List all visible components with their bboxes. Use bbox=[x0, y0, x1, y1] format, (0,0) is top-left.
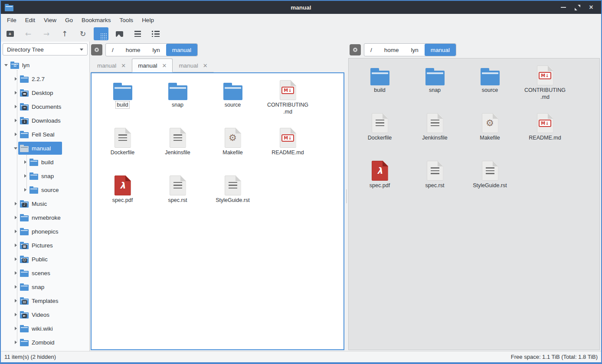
collapse-arrow-icon[interactable] bbox=[3, 64, 9, 66]
thumbnail-view-button[interactable] bbox=[112, 27, 127, 40]
file-item-snap[interactable]: snap bbox=[409, 62, 461, 110]
icon-view-button[interactable] bbox=[94, 27, 108, 40]
file-item-dockerfile[interactable]: Dockerfile bbox=[354, 110, 406, 157]
reload-button[interactable]: ↻ bbox=[75, 27, 90, 40]
menu-help[interactable]: Help bbox=[137, 15, 158, 25]
tab-2-active[interactable]: manual✕ bbox=[132, 58, 173, 72]
pane-splitter[interactable] bbox=[345, 42, 348, 351]
tree-item-build[interactable]: build bbox=[1, 155, 89, 169]
tree-item-lyn[interactable]: ⌂lyn bbox=[1, 58, 89, 72]
file-item-readme-md[interactable]: M↓README.md bbox=[262, 124, 314, 172]
expand-arrow-icon[interactable] bbox=[13, 299, 18, 302]
file-item-build[interactable]: build bbox=[97, 77, 149, 124]
left-file-view[interactable]: buildsnapsourceM↓CONTRIBUTING.mdDockerfi… bbox=[91, 72, 344, 350]
sidebar-mode-selector[interactable]: Directory Tree bbox=[3, 43, 88, 55]
up-button[interactable]: ↑ bbox=[57, 27, 72, 40]
new-tab-button[interactable] bbox=[3, 27, 17, 40]
tree-item-templates[interactable]: ▤Templates bbox=[1, 294, 89, 308]
file-item-spec-pdf[interactable]: λspec.pdf bbox=[97, 172, 149, 220]
expand-arrow-icon[interactable] bbox=[13, 285, 18, 289]
file-item-spec-pdf[interactable]: λspec.pdf bbox=[354, 157, 406, 205]
menu-view[interactable]: View bbox=[39, 15, 61, 25]
collapse-arrow-icon[interactable] bbox=[13, 147, 18, 150]
file-item-build[interactable]: build bbox=[354, 62, 406, 110]
tree-item-source[interactable]: source bbox=[1, 183, 89, 197]
detailed-list-view-button[interactable] bbox=[148, 27, 163, 40]
breadcrumb-manual[interactable]: manual bbox=[166, 44, 197, 56]
expand-arrow-icon[interactable] bbox=[13, 202, 18, 205]
tree-item-wiki-wiki[interactable]: wiki.wiki bbox=[1, 322, 89, 335]
menu-tools[interactable]: Tools bbox=[115, 15, 138, 25]
expand-arrow-icon[interactable] bbox=[23, 160, 28, 164]
tree-item-downloads[interactable]: ↓Downloads bbox=[1, 114, 89, 127]
left-places-button[interactable] bbox=[91, 44, 102, 55]
menu-edit[interactable]: Edit bbox=[21, 15, 39, 25]
menu-bookmarks[interactable]: Bookmarks bbox=[77, 15, 115, 25]
expand-arrow-icon[interactable] bbox=[13, 313, 18, 316]
forward-button[interactable]: → bbox=[39, 27, 54, 40]
breadcrumb-root[interactable]: / bbox=[106, 44, 120, 56]
file-item-jenkinsfile[interactable]: Jenkinsfile bbox=[409, 110, 461, 157]
tree-item-manual[interactable]: manual bbox=[1, 141, 89, 155]
file-item-contributing-md[interactable]: M↓CONTRIBUTING.md bbox=[262, 77, 314, 124]
breadcrumb-lyn[interactable]: lyn bbox=[147, 44, 166, 56]
tree-item-snap[interactable]: snap bbox=[1, 280, 89, 294]
right-file-view[interactable]: buildsnapsourceM↓CONTRIBUTING.mdDockerfi… bbox=[348, 58, 600, 350]
file-item-makefile[interactable]: ⚙Makefile bbox=[207, 124, 259, 172]
tree-item-public[interactable]: ☺Public bbox=[1, 252, 89, 266]
file-item-makefile[interactable]: ⚙Makefile bbox=[464, 110, 516, 157]
expand-arrow-icon[interactable] bbox=[13, 119, 18, 122]
file-item-contributing-md[interactable]: M↓CONTRIBUTING.md bbox=[519, 62, 571, 110]
tree-item-music[interactable]: ♪Music bbox=[1, 197, 89, 211]
expand-arrow-icon[interactable] bbox=[13, 91, 18, 94]
file-item-jenkinsfile[interactable]: Jenkinsfile bbox=[152, 124, 204, 172]
tab-1[interactable]: manual✕ bbox=[91, 58, 132, 72]
tree-item-2-2-7[interactable]: 2.2.7 bbox=[1, 72, 89, 86]
tree-item-desktop[interactable]: ▬Desktop bbox=[1, 86, 89, 100]
breadcrumb-root[interactable]: / bbox=[364, 44, 378, 56]
expand-arrow-icon[interactable] bbox=[13, 271, 18, 275]
menu-file[interactable]: File bbox=[3, 15, 21, 25]
file-item-spec-rst[interactable]: spec.rst bbox=[152, 172, 204, 220]
breadcrumb-lyn[interactable]: lyn bbox=[405, 44, 425, 56]
tab-3[interactable]: manual✕ bbox=[173, 58, 213, 72]
file-item-styleguide-rst[interactable]: StyleGuide.rst bbox=[207, 172, 259, 220]
back-button[interactable]: ← bbox=[21, 27, 36, 40]
file-item-styleguide-rst[interactable]: StyleGuide.rst bbox=[464, 157, 516, 205]
file-item-source[interactable]: source bbox=[464, 62, 516, 110]
file-item-dockerfile[interactable]: Dockerfile bbox=[97, 124, 149, 172]
tree-item-fell-seal[interactable]: Fell Seal bbox=[1, 127, 89, 141]
tab-close-icon[interactable]: ✕ bbox=[121, 63, 126, 68]
tree-item-pictures[interactable]: ▦Pictures bbox=[1, 238, 89, 252]
expand-arrow-icon[interactable] bbox=[13, 133, 18, 136]
expand-arrow-icon[interactable] bbox=[23, 174, 28, 178]
menu-go[interactable]: Go bbox=[61, 15, 77, 25]
close-button[interactable]: × bbox=[586, 3, 597, 12]
expand-arrow-icon[interactable] bbox=[13, 257, 18, 261]
breadcrumb-manual[interactable]: manual bbox=[425, 44, 456, 56]
tree-item-videos[interactable]: ►Videos bbox=[1, 308, 89, 322]
tree-item-nvmebroke[interactable]: nvmebroke bbox=[1, 211, 89, 224]
breadcrumb-home[interactable]: home bbox=[378, 44, 405, 56]
restore-button[interactable] bbox=[572, 3, 583, 12]
tree-item-scenes[interactable]: scenes bbox=[1, 266, 89, 280]
file-item-readme-md[interactable]: M↓README.md bbox=[519, 110, 571, 157]
expand-arrow-icon[interactable] bbox=[13, 327, 18, 330]
expand-arrow-icon[interactable] bbox=[13, 230, 18, 233]
right-places-button[interactable] bbox=[350, 44, 361, 55]
tree-item-zomboid[interactable]: Zomboid bbox=[1, 335, 89, 349]
tree-item-phonepics[interactable]: phonepics bbox=[1, 224, 89, 238]
tree-item-snap[interactable]: snap bbox=[1, 169, 89, 183]
compact-view-button[interactable] bbox=[130, 27, 145, 40]
expand-arrow-icon[interactable] bbox=[13, 105, 18, 108]
expand-arrow-icon[interactable] bbox=[13, 341, 18, 344]
breadcrumb-home[interactable]: home bbox=[120, 44, 147, 56]
expand-arrow-icon[interactable] bbox=[13, 77, 18, 81]
minimize-button[interactable] bbox=[558, 3, 569, 12]
tab-close-icon[interactable]: ✕ bbox=[203, 63, 208, 68]
expand-arrow-icon[interactable] bbox=[23, 188, 28, 192]
expand-arrow-icon[interactable] bbox=[13, 216, 18, 219]
file-item-source[interactable]: source bbox=[207, 77, 259, 124]
expand-arrow-icon[interactable] bbox=[13, 244, 18, 247]
tab-close-icon[interactable]: ✕ bbox=[162, 63, 167, 68]
